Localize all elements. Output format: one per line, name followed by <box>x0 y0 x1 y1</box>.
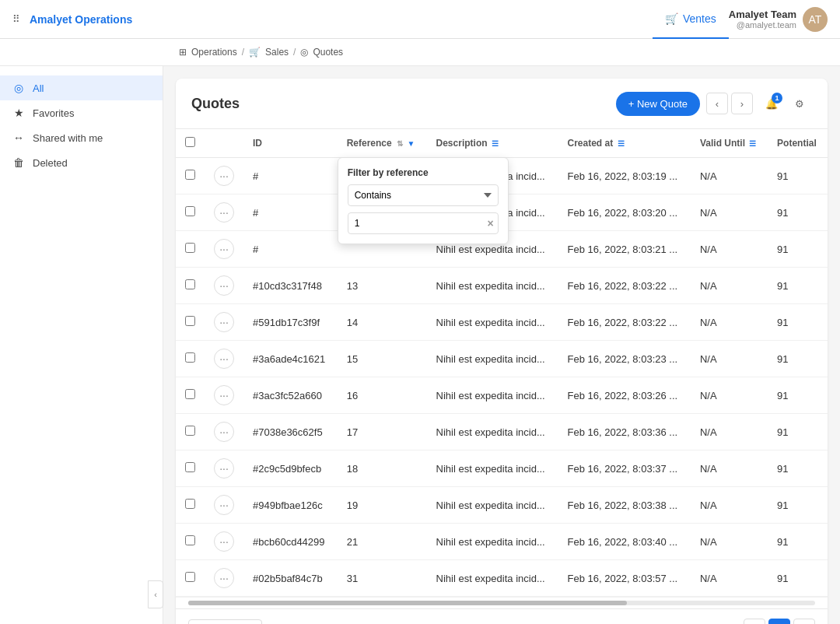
row-created-at: Feb 16, 2022, 8:03:26 ... <box>558 377 690 414</box>
row-checkbox-cell[interactable] <box>176 195 205 231</box>
row-checkbox[interactable] <box>185 462 195 472</box>
table-footer: 25 / Page 50 / Page 100 / Page ‹ 1 › <box>176 608 828 624</box>
breadcrumb-sales[interactable]: Sales <box>265 47 289 58</box>
reference-filter-icon[interactable]: ▼ <box>407 139 415 148</box>
sidebar-item-favorites[interactable]: ★ Favorites <box>0 100 163 125</box>
row-valid-until: N/A <box>691 158 768 195</box>
top-nav: ⠿ Amalyet Operations 🛒 Ventes Amalyet Te… <box>0 0 840 39</box>
action-dots-button[interactable]: ··· <box>214 202 234 223</box>
row-potential: 91 <box>768 524 828 560</box>
scroll-bar[interactable] <box>176 597 828 608</box>
action-dots-button[interactable]: ··· <box>214 385 234 405</box>
filter-clear-button[interactable]: × <box>487 217 493 230</box>
breadcrumb: ⊞ Operations / 🛒 Sales / ◎ Quotes <box>0 39 840 66</box>
th-valid-until[interactable]: Valid Until ☰ <box>691 129 768 158</box>
row-checkbox[interactable] <box>185 316 195 326</box>
nav-tab-ventes[interactable]: 🛒 Ventes <box>653 0 729 39</box>
row-id: #10cd3c317f48 <box>243 268 338 304</box>
action-dots-button[interactable]: ··· <box>214 458 234 479</box>
action-dots-button[interactable]: ··· <box>214 568 234 588</box>
action-dots-button[interactable]: ··· <box>214 349 234 369</box>
filter-reference-input[interactable] <box>348 212 499 234</box>
th-reference[interactable]: Reference ⇅ ▼ Filter by reference Contai… <box>338 129 427 158</box>
row-checkbox[interactable] <box>185 170 195 180</box>
action-dots-button[interactable]: ··· <box>214 275 234 296</box>
row-reference: 15 <box>338 341 427 377</box>
table-row: ··· #3a6ade4c1621 15 Nihil est expedita … <box>176 341 828 377</box>
row-checkbox[interactable] <box>185 572 195 582</box>
row-checkbox-cell[interactable] <box>176 231 205 268</box>
table-row: ··· #10cd3c317f48 13 Nihil est expedita … <box>176 268 828 304</box>
row-checkbox-cell[interactable] <box>176 487 205 524</box>
row-actions: ··· <box>205 231 243 268</box>
pagination-page-1[interactable]: 1 <box>768 619 790 624</box>
row-created-at: Feb 16, 2022, 8:03:57 ... <box>558 560 690 597</box>
description-filter-icon[interactable]: ☰ <box>492 139 499 148</box>
sidebar-label-shared: Shared with me <box>33 132 103 144</box>
new-quote-button[interactable]: + New Quote <box>616 92 700 116</box>
filter-input-wrap: × <box>348 212 499 234</box>
notification-button[interactable]: 🔔 1 <box>759 91 784 116</box>
row-checkbox[interactable] <box>185 352 195 363</box>
row-checkbox[interactable] <box>185 426 195 436</box>
action-dots-button[interactable]: ··· <box>214 495 234 515</box>
row-checkbox-cell[interactable] <box>176 377 205 414</box>
reference-filter-popup: Filter by reference Contains Equals Star… <box>338 157 509 244</box>
row-checkbox-cell[interactable] <box>176 268 205 304</box>
row-checkbox[interactable] <box>185 499 195 509</box>
pagination-prev[interactable]: ‹ <box>744 619 765 624</box>
row-created-at: Feb 16, 2022, 8:03:19 ... <box>558 158 690 195</box>
row-checkbox-cell[interactable] <box>176 304 205 341</box>
th-created-at[interactable]: Created at ☰ <box>558 129 690 158</box>
th-select-all[interactable] <box>176 129 205 158</box>
sidebar-item-deleted[interactable]: 🗑 Deleted <box>0 150 163 175</box>
filter-condition-select[interactable]: Contains Equals Starts with Ends with Is… <box>348 184 499 206</box>
sidebar-toggle[interactable]: ‹ <box>148 580 163 608</box>
row-id: #3a6ade4c1621 <box>243 341 338 377</box>
row-reference: 21 <box>338 524 427 560</box>
action-dots-button[interactable]: ··· <box>214 422 234 442</box>
filter-popup-title: Filter by reference <box>348 167 499 178</box>
row-potential: 91 <box>768 341 828 377</box>
row-checkbox-cell[interactable] <box>176 414 205 450</box>
row-created-at: Feb 16, 2022, 8:03:20 ... <box>558 195 690 231</box>
card-header: Quotes + New Quote ‹ › 🔔 1 ⚙ <box>176 79 828 129</box>
row-valid-until: N/A <box>691 231 768 268</box>
row-id: #2c9c5d9bfecb <box>243 450 338 487</box>
valid-until-filter-icon[interactable]: ☰ <box>749 139 756 148</box>
th-potential: Potential <box>768 129 828 158</box>
row-checkbox[interactable] <box>185 206 195 216</box>
row-checkbox-cell[interactable] <box>176 341 205 377</box>
row-checkbox[interactable] <box>185 389 195 399</box>
sidebar-item-shared[interactable]: ↔ Shared with me <box>0 125 163 150</box>
next-nav-arrow[interactable]: › <box>731 93 753 114</box>
page-size-select[interactable]: 25 / Page 50 / Page 100 / Page <box>188 619 262 624</box>
settings-button[interactable]: ⚙ <box>787 91 812 116</box>
breadcrumb-quotes[interactable]: Quotes <box>313 47 343 58</box>
pagination-next[interactable]: › <box>793 619 815 624</box>
row-reference: 14 <box>338 304 427 341</box>
row-checkbox[interactable] <box>185 243 195 253</box>
th-description[interactable]: Description ☰ <box>427 129 558 158</box>
action-dots-button[interactable]: ··· <box>214 531 234 552</box>
row-potential: 91 <box>768 414 828 450</box>
select-all-checkbox[interactable] <box>185 137 195 147</box>
created-at-filter-icon[interactable]: ☰ <box>618 139 625 148</box>
breadcrumb-operations[interactable]: Operations <box>191 47 237 58</box>
nav-arrows: ‹ › <box>706 93 753 114</box>
th-actions <box>205 129 243 158</box>
prev-nav-arrow[interactable]: ‹ <box>706 93 728 114</box>
row-checkbox-cell[interactable] <box>176 158 205 195</box>
row-reference: 18 <box>338 450 427 487</box>
action-dots-button[interactable]: ··· <box>214 166 234 186</box>
row-checkbox[interactable] <box>185 535 195 545</box>
row-actions: ··· <box>205 377 243 414</box>
row-checkbox-cell[interactable] <box>176 560 205 597</box>
action-dots-button[interactable]: ··· <box>214 312 234 332</box>
row-checkbox-cell[interactable] <box>176 524 205 560</box>
row-checkbox-cell[interactable] <box>176 450 205 487</box>
action-dots-button[interactable]: ··· <box>214 239 234 259</box>
sidebar-item-all[interactable]: ◎ All <box>0 75 163 100</box>
grid-icon[interactable]: ⠿ <box>12 13 20 25</box>
row-checkbox[interactable] <box>185 279 195 289</box>
